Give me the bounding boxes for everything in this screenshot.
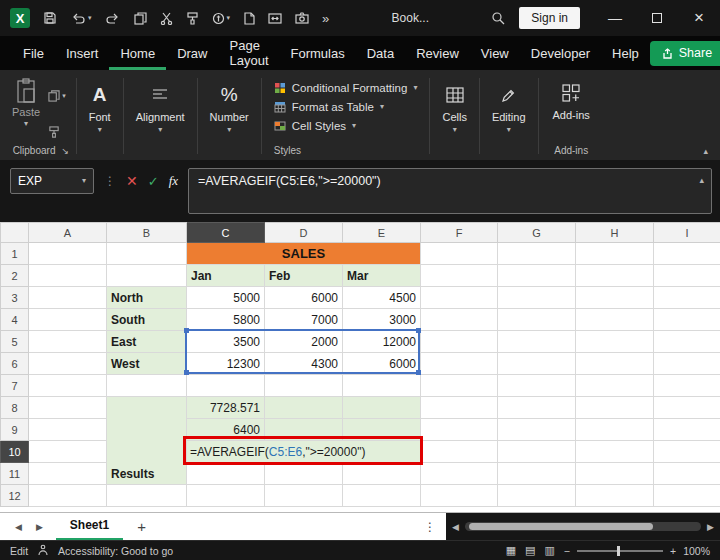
cell-west[interactable]: West [107, 353, 187, 375]
format-painter-icon[interactable] [186, 6, 199, 30]
cell-results-label[interactable]: Results [107, 397, 187, 485]
zoom-in-icon[interactable]: + [670, 545, 676, 557]
cell[interactable] [421, 309, 498, 331]
cell[interactable] [576, 243, 654, 265]
cell[interactable] [576, 331, 654, 353]
cell[interactable] [654, 353, 720, 375]
tab-data[interactable]: Data [356, 36, 405, 70]
tab-formulas[interactable]: Formulas [280, 36, 356, 70]
cell[interactable] [29, 463, 107, 485]
cell-e5[interactable]: 12000 [343, 331, 421, 353]
cell[interactable] [421, 243, 498, 265]
new-sheet-button[interactable]: + [123, 518, 160, 535]
cell[interactable] [343, 375, 421, 397]
camera-icon[interactable] [295, 6, 309, 30]
cell-c5[interactable]: 3500 [187, 331, 265, 353]
tab-insert[interactable]: Insert [55, 36, 110, 70]
cell[interactable] [576, 441, 654, 463]
cell[interactable] [187, 463, 265, 485]
cell[interactable] [187, 375, 265, 397]
format-painter-small-icon[interactable] [48, 120, 66, 144]
cell[interactable] [654, 463, 720, 485]
row-header-1[interactable]: 1 [1, 243, 29, 265]
cell[interactable] [29, 243, 107, 265]
cell[interactable] [654, 265, 720, 287]
close-button[interactable]: × [678, 0, 720, 36]
cell[interactable] [343, 485, 421, 507]
cell[interactable] [498, 375, 576, 397]
cell[interactable] [29, 353, 107, 375]
zoom-slider[interactable] [577, 550, 663, 552]
column-header-f[interactable]: F [421, 223, 498, 243]
cell[interactable] [576, 419, 654, 441]
tab-bar-more-icon[interactable]: ⋮ [424, 520, 446, 534]
tab-developer[interactable]: Developer [520, 36, 601, 70]
hscroll-track[interactable] [465, 522, 701, 531]
cell[interactable] [265, 419, 343, 441]
tab-review[interactable]: Review [405, 36, 470, 70]
tab-file[interactable]: File [12, 36, 55, 70]
tab-help[interactable]: Help [601, 36, 650, 70]
paste-button[interactable]: Paste ▾ [12, 78, 40, 144]
format-as-table-button[interactable]: Format as Table▾ [274, 97, 384, 116]
cell[interactable] [654, 331, 720, 353]
cell[interactable] [498, 265, 576, 287]
copy-icon[interactable] [134, 6, 147, 30]
copy-small-icon[interactable]: ▾ [48, 84, 66, 108]
normal-view-icon[interactable]: ▦ [506, 544, 516, 557]
cell[interactable] [576, 375, 654, 397]
cell[interactable] [421, 397, 498, 419]
cell[interactable] [498, 419, 576, 441]
cell-e4[interactable]: 3000 [343, 309, 421, 331]
enter-icon[interactable]: ✓ [148, 174, 159, 189]
hscroll-left-icon[interactable]: ◀ [452, 522, 459, 532]
cell[interactable] [498, 287, 576, 309]
formula-input[interactable]: =AVERAGEIF(C5:E6,">=20000") ▴ [188, 168, 712, 214]
cell[interactable] [498, 243, 576, 265]
zoom-out-icon[interactable]: − [564, 545, 570, 557]
paste-dropdown-chevron[interactable]: ▾ [24, 120, 28, 128]
excel-logo-icon[interactable]: X [10, 8, 30, 28]
cell[interactable] [576, 309, 654, 331]
cell[interactable] [421, 463, 498, 485]
cell[interactable] [498, 353, 576, 375]
cell[interactable] [654, 397, 720, 419]
cell[interactable] [265, 485, 343, 507]
column-header-a[interactable]: A [29, 223, 107, 243]
cell[interactable] [265, 463, 343, 485]
formula-bar-resizer[interactable]: ⋮ [104, 174, 116, 188]
cell-mar[interactable]: Mar [343, 265, 421, 287]
column-header-g[interactable]: G [498, 223, 576, 243]
column-header-d[interactable]: D [265, 223, 343, 243]
insert-function-icon[interactable]: fx [169, 173, 178, 189]
cell[interactable] [654, 441, 720, 463]
page-break-view-icon[interactable]: ▥ [544, 544, 554, 557]
row-header-7[interactable]: 7 [1, 375, 29, 397]
clipboard-dialog-launcher-icon[interactable]: ↘ [61, 146, 69, 156]
cell[interactable] [654, 243, 720, 265]
row-header-11[interactable]: 11 [1, 463, 29, 485]
cell[interactable] [576, 353, 654, 375]
cell-c3[interactable]: 5000 [187, 287, 265, 309]
accessibility-status[interactable]: Accessibility: Good to go [58, 545, 173, 557]
undo-icon[interactable]: ▾ [70, 6, 92, 30]
cell-south[interactable]: South [107, 309, 187, 331]
row-header-3[interactable]: 3 [1, 287, 29, 309]
cell[interactable] [576, 463, 654, 485]
cell[interactable] [498, 485, 576, 507]
alignment-group-button[interactable]: Alignment ▾ [126, 72, 195, 160]
cell[interactable] [498, 331, 576, 353]
cell[interactable] [29, 331, 107, 353]
row-header-2[interactable]: 2 [1, 265, 29, 287]
merge-center-icon[interactable] [268, 6, 282, 30]
save-icon[interactable] [43, 6, 57, 30]
cell[interactable] [421, 375, 498, 397]
cell-d3[interactable]: 6000 [265, 287, 343, 309]
conditional-formatting-button[interactable]: Conditional Formatting▾ [274, 78, 418, 97]
column-header-b[interactable]: B [107, 223, 187, 243]
currency-format-icon[interactable]: ▾ [212, 6, 231, 30]
more-commands-icon[interactable]: » [322, 6, 329, 30]
row-header-12[interactable]: 12 [1, 485, 29, 507]
select-all-corner[interactable] [1, 223, 29, 243]
tab-page-layout[interactable]: Page Layout [219, 36, 280, 70]
